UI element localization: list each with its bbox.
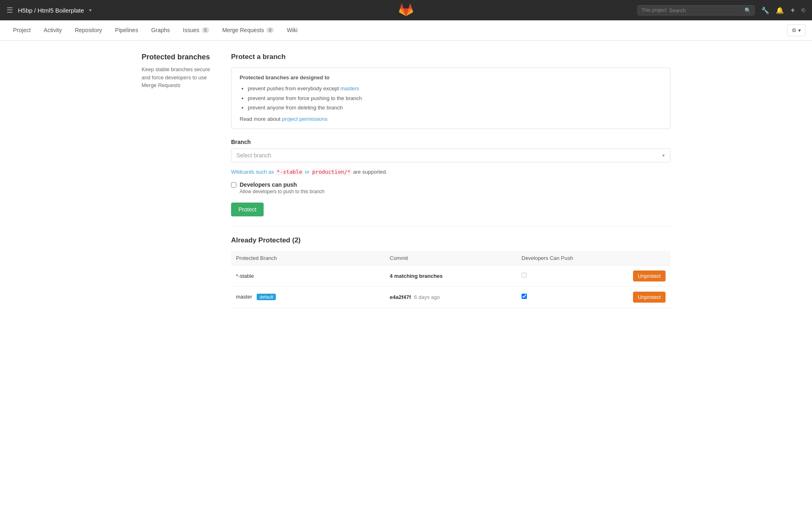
info-box: Protected branches are designed to preve… (231, 68, 670, 129)
table-body: *-stable 4 matching branches Unprotect m… (231, 265, 670, 307)
search-box[interactable]: This project 🔍 (637, 5, 755, 15)
branch-name-stable: *-stable (231, 265, 385, 286)
checkbox-description: Allow developers to push to this branch (240, 189, 325, 194)
signout-icon[interactable]: ⎋ (801, 7, 805, 14)
settings-button[interactable]: ⚙ ▾ (787, 24, 805, 36)
masters-link[interactable]: masters (341, 85, 359, 92)
nav-link-activity[interactable]: Activity (37, 21, 68, 40)
info-box-list: prevent pushes from everybody except mas… (240, 85, 662, 112)
info-box-bullet-1: prevent pushes from everybody except mas… (248, 85, 662, 93)
th-dev-can-push: Developers Can Push (517, 251, 605, 266)
dev-push-checkbox[interactable] (231, 182, 236, 188)
top-navbar: ☰ H5bp / Html5 Boilerplate ▾ This projec… (0, 0, 812, 20)
dev-push-checkbox-row: Developers can push Allow developers to … (231, 181, 670, 194)
info-box-read-more: Read more about project permissions (240, 116, 662, 122)
branch-select-wrapper[interactable]: Select branch (231, 148, 670, 162)
search-icon: 🔍 (744, 7, 751, 13)
search-input[interactable] (669, 7, 742, 13)
nav-link-repository[interactable]: Repository (68, 21, 109, 40)
unprotect-button-master[interactable]: Unprotect (633, 292, 666, 303)
branch-select[interactable]: Select branch (231, 148, 670, 162)
commit-text-stable: 4 matching branches (390, 273, 443, 279)
sidebar-title: Protected branches (142, 53, 219, 61)
sidebar: Protected branches Keep stable branches … (142, 53, 231, 308)
gear-icon: ⚙ (792, 27, 797, 33)
already-protected-title: Already Protected (2) (231, 236, 670, 244)
table-header: Protected Branch Commit Developers Can P… (231, 251, 670, 266)
nav-link-graphs[interactable]: Graphs (145, 21, 177, 40)
branch-form-group: Branch Select branch (231, 139, 670, 162)
main-content: Protect a branch Protected branches are … (231, 53, 670, 308)
th-action (605, 251, 670, 266)
protected-branches-table: Protected Branch Commit Developers Can P… (231, 251, 670, 308)
divider (231, 226, 670, 227)
title-caret-icon[interactable]: ▾ (89, 7, 92, 13)
sub-nav-links: Project Activity Repository Pipelines Gr… (7, 21, 304, 40)
commit-master: e4a2f47f 6 days ago (385, 286, 517, 307)
nav-link-merge-requests[interactable]: Merge Requests 0 (216, 21, 280, 40)
master-branch-text: master (236, 294, 252, 300)
nav-link-issues[interactable]: Issues 5 (177, 21, 216, 40)
unprotect-button-stable[interactable]: Unprotect (633, 270, 666, 281)
branch-label: Branch (231, 139, 670, 145)
hamburger-icon[interactable]: ☰ (7, 6, 13, 15)
bell-icon[interactable]: 🔔 (776, 7, 784, 14)
search-scope-label: This project (641, 7, 666, 13)
checkbox-label[interactable]: Developers can push (240, 181, 297, 188)
th-protected-branch: Protected Branch (231, 251, 385, 266)
info-box-bullet-2: prevent anyone from force pushing to the… (248, 94, 662, 102)
devpush-checkbox-stable[interactable] (522, 273, 527, 278)
commit-hash-master: e4a2f47f (390, 294, 411, 300)
nav-link-pipelines[interactable]: Pipelines (109, 21, 145, 40)
devpush-master (517, 286, 605, 307)
page-content: Protected branches Keep stable branches … (133, 41, 679, 320)
settings-caret-icon: ▾ (798, 27, 801, 33)
wildcard-code-1: *-stable (275, 168, 303, 175)
wrench-icon[interactable]: 🔧 (761, 7, 769, 14)
wildcard-code-2: production/* (311, 168, 352, 175)
sub-navbar: Project Activity Repository Pipelines Gr… (0, 20, 812, 41)
wildcards-link[interactable]: Wildcards (231, 169, 254, 175)
action-master: Unprotect (605, 286, 670, 307)
app-title[interactable]: H5bp / Html5 Boilerplate (18, 7, 84, 14)
table-row: *-stable 4 matching branches Unprotect (231, 265, 670, 286)
project-permissions-link[interactable]: project permissions (282, 116, 327, 122)
action-stable: Unprotect (605, 265, 670, 286)
info-box-bullet-3: prevent anyone from deleting the branch (248, 104, 662, 112)
gitlab-logo (399, 2, 413, 18)
protect-button[interactable]: Protect (231, 203, 264, 216)
sidebar-description: Keep stable branches secure and force de… (142, 65, 219, 89)
devpush-stable (517, 265, 605, 286)
branch-name-master: master default (231, 286, 385, 307)
default-badge: default (257, 294, 276, 300)
merge-requests-badge: 0 (266, 27, 274, 33)
nav-link-project[interactable]: Project (7, 21, 37, 40)
devpush-checkbox-master[interactable] (522, 294, 527, 299)
commit-stable: 4 matching branches (385, 265, 517, 286)
issues-badge: 5 (202, 27, 209, 33)
section-title: Protect a branch (231, 53, 670, 61)
nav-link-wiki[interactable]: Wiki (280, 21, 304, 40)
commit-time-master: 6 days ago (414, 294, 440, 300)
table-row: master default e4a2f47f 6 days ago Unpro… (231, 286, 670, 307)
navbar-right: This project 🔍 🔧 🔔 + ⎋ (637, 5, 805, 15)
info-box-title: Protected branches are designed to (240, 74, 662, 81)
th-commit: Commit (385, 251, 517, 266)
checkbox-text: Developers can push Allow developers to … (240, 181, 325, 194)
plus-icon[interactable]: + (790, 6, 795, 15)
wildcard-text: Wildcards such as *-stable or production… (231, 169, 670, 175)
